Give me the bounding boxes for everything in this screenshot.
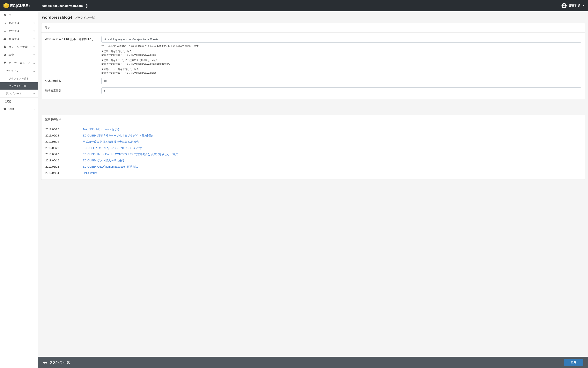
- sidebar-item-label: ホーム: [9, 13, 17, 17]
- result-link[interactable]: EC-CUBE4 ゲスト購入を消し去る: [83, 159, 125, 162]
- table-row: 2019/05/16EC-CUBE4 ゲスト購入を消し去る: [45, 158, 581, 164]
- result-link[interactable]: EC-CUBE のお仕事をしたい…お仕事ほしいです: [83, 147, 142, 149]
- table-row: 2019/05/22平成31年度春期 基本情報技術者試験 結果報告: [45, 139, 581, 145]
- sidebar: ホーム商品管理▼受注管理▼会員管理▼コンテンツ管理▼設定▼オーナーズストア▲プラ…: [0, 11, 38, 197]
- table-row: 2019/05/14EC-CUBE4 OutOfMemoryException …: [45, 164, 581, 170]
- logo-text: EC|CUBE®: [10, 3, 30, 8]
- gear-icon: [3, 53, 7, 57]
- form-row: 全体表示件数: [45, 76, 581, 86]
- form-label: 初期表示件数: [45, 87, 101, 92]
- chevron-down-icon: ▼: [33, 108, 35, 110]
- form-field: [101, 87, 581, 94]
- result-link[interactable]: Twig でPHPの in_array をする: [83, 128, 120, 131]
- sidebar-item-label: プラグイン一覧: [9, 84, 26, 88]
- page-title-sub: プラグイン一覧: [74, 16, 95, 20]
- results-table: 2019/05/27Twig でPHPの in_array をする2019/05…: [45, 126, 581, 176]
- sidebar-item-label: 会員管理: [9, 37, 19, 41]
- sidebar-subsubitem-plugin-list[interactable]: プラグイン一覧: [0, 82, 38, 90]
- sidebar-item-content[interactable]: コンテンツ管理▼: [0, 43, 38, 51]
- sidebar-subitem-ssetting[interactable]: 設定: [0, 98, 38, 105]
- chevron-down-icon: ▼: [582, 4, 585, 7]
- result-date: 2019/05/27: [45, 127, 82, 132]
- text-input[interactable]: [101, 87, 581, 94]
- sidebar-item-product[interactable]: 商品管理▼: [0, 19, 38, 27]
- sidebar-subitem-plugin[interactable]: プラグイン▲: [0, 67, 38, 75]
- form-field: [101, 78, 581, 84]
- table-row: 2019/05/27Twig でPHPの in_array をする: [45, 127, 581, 132]
- sidebar-item-label: 設定: [9, 53, 14, 57]
- result-date: 2019/05/14: [45, 164, 82, 170]
- chevron-down-icon: ▼: [33, 46, 35, 48]
- breadcrumb[interactable]: sample-eccube4.seiyaan.com ❯: [42, 4, 88, 8]
- settings-card: 設定 WordPress API URL(記事一覧取得URL)WP REST A…: [41, 23, 585, 99]
- result-link[interactable]: EC-CUBE4 OutOfMemoryException 解決方法: [83, 165, 138, 168]
- chevron-down-icon: ▼: [33, 30, 35, 33]
- cube-icon: [3, 21, 7, 25]
- result-link[interactable]: EC-CUBE4 新着情報をページ化するプラグイン 配布開始！: [83, 134, 155, 137]
- results-card: 記事取得結果 2019/05/27Twig でPHPの in_array をする…: [41, 115, 585, 180]
- topbar: EC|CUBE® sample-eccube4.seiyaan.com ❯ 管理…: [0, 0, 588, 11]
- sidebar-item-label: テンプレート: [5, 92, 22, 95]
- sidebar-item-store[interactable]: オーナーズストア▲: [0, 59, 38, 67]
- sidebar-item-label: 商品管理: [9, 21, 19, 25]
- result-date: 2019/05/14: [45, 170, 82, 176]
- result-date: 2019/05/21: [45, 145, 82, 151]
- logo-cube-icon: [3, 3, 9, 8]
- sidebar-subitem-template[interactable]: テンプレート▼: [0, 90, 38, 98]
- table-row: 2019/05/21EC-CUBE のお仕事をしたい…お仕事ほしいです: [45, 145, 581, 151]
- sidebar-item-label: プラグインを探す: [9, 77, 29, 80]
- settings-card-header: 設定: [41, 23, 585, 33]
- sidebar-item-label: 設定: [5, 100, 11, 103]
- logo-text-right: CUBE: [17, 3, 28, 8]
- plug-icon: [3, 61, 7, 65]
- table-row: 2019/05/14Hello world!: [45, 170, 581, 176]
- sidebar-item-label: プラグイン: [5, 69, 19, 73]
- sidebar-subsubitem-plugin-search[interactable]: プラグインを探す: [0, 75, 38, 82]
- chevron-up-icon: ▲: [33, 70, 35, 73]
- sidebar-item-member[interactable]: 会員管理▼: [0, 35, 38, 43]
- file-icon: [3, 45, 7, 49]
- sidebar-item-info[interactable]: 情報▼: [0, 105, 38, 113]
- results-card-header: 記事取得結果: [41, 115, 585, 124]
- chevron-down-icon: ▼: [33, 92, 35, 95]
- form-label: 全体表示件数: [45, 78, 101, 83]
- result-link[interactable]: 平成31年度春期 基本情報技術者試験 結果報告: [83, 140, 139, 143]
- chevron-right-icon: ❯: [85, 4, 88, 8]
- result-date: 2019/05/24: [45, 133, 82, 139]
- chevron-down-icon: ▼: [33, 38, 35, 40]
- breadcrumb-text: sample-eccube4.seiyaan.com: [42, 4, 83, 7]
- users-icon: [3, 37, 7, 41]
- sidebar-item-label: 情報: [9, 108, 14, 111]
- info-icon: [3, 108, 7, 111]
- text-input[interactable]: [101, 36, 581, 43]
- page-title: wordpressblog4 プラグイン一覧: [42, 15, 585, 20]
- result-date: 2019/05/22: [45, 139, 82, 145]
- logo[interactable]: EC|CUBE®: [3, 3, 38, 8]
- chevron-up-icon: ▲: [33, 62, 35, 64]
- table-row: 2019/05/24EC-CUBE4 新着情報をページ化するプラグイン 配布開始…: [45, 133, 581, 139]
- form-row: WordPress API URL(記事一覧取得URL)WP REST API …: [45, 35, 581, 76]
- text-input[interactable]: [101, 78, 581, 84]
- user-icon: [561, 3, 567, 8]
- page-title-main: wordpressblog4: [42, 15, 72, 20]
- table-row: 2019/05/20EC-CUBE4 KernelEvents::CONTROL…: [45, 151, 581, 157]
- user-menu[interactable]: 管理者 様 ▼: [561, 3, 585, 8]
- home-icon: [3, 13, 7, 17]
- result-link[interactable]: Hello world!: [83, 171, 97, 175]
- main: wordpressblog4 プラグイン一覧 設定 WordPress API …: [38, 11, 588, 197]
- form-field: WP REST API v2に対応したWordPressである必要があります。以…: [101, 36, 581, 74]
- form-label: WordPress API URL(記事一覧取得URL): [45, 36, 101, 41]
- sidebar-item-setting[interactable]: 設定▼: [0, 51, 38, 59]
- logo-text-left: EC: [10, 3, 16, 8]
- result-date: 2019/05/20: [45, 151, 82, 157]
- sidebar-item-label: 受注管理: [9, 29, 19, 33]
- chevron-down-icon: ▼: [33, 22, 35, 25]
- result-link[interactable]: EC-CUBE4 KernelEvents::CONTROLLER 営業時間外は…: [83, 153, 178, 156]
- sidebar-item-home[interactable]: ホーム: [0, 11, 38, 19]
- cart-icon: [3, 29, 7, 33]
- form-row: 初期表示件数: [45, 86, 581, 96]
- sidebar-item-order[interactable]: 受注管理▼: [0, 27, 38, 35]
- chevron-down-icon: ▼: [33, 54, 35, 56]
- sidebar-item-label: コンテンツ管理: [9, 45, 28, 49]
- sidebar-item-label: オーナーズストア: [9, 61, 30, 65]
